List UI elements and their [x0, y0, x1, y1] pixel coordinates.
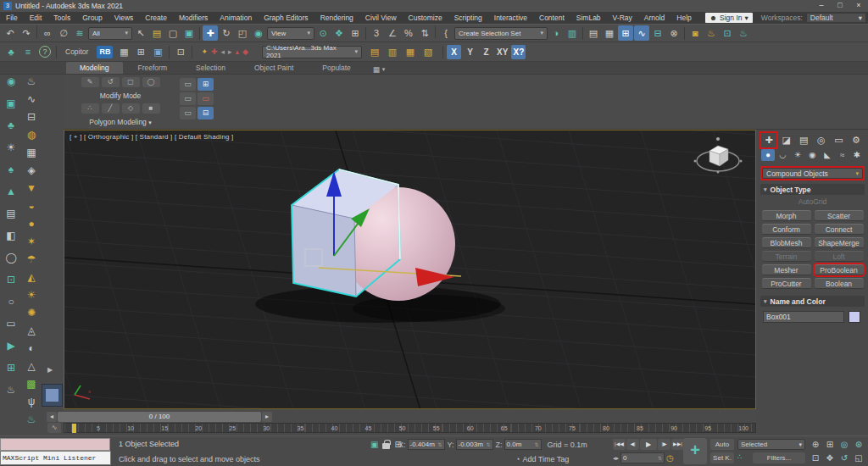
modify-tab[interactable]: ◪	[779, 133, 794, 147]
keyboard-override-icon[interactable]: ⊞	[348, 25, 363, 41]
toolbar-icon[interactable]	[169, 46, 170, 58]
auto-key-button[interactable]: Auto	[710, 439, 734, 450]
plugin-folder-icon-4[interactable]: ▧	[420, 44, 436, 59]
align-icon[interactable]: ▥	[565, 25, 580, 41]
procutter-button[interactable]: ProCutter	[762, 278, 811, 289]
sun2-icon[interactable]: ☀	[23, 290, 40, 308]
filters-button[interactable]: Filters...	[753, 452, 805, 463]
disc-icon[interactable]: ●	[23, 219, 40, 236]
menu-item[interactable]: Views	[108, 12, 140, 24]
tab-freeform[interactable]: Freeform	[125, 62, 181, 74]
isolate-selection-toggle[interactable]: ▣	[370, 440, 378, 449]
projector-icon[interactable]: ◍	[23, 130, 40, 147]
plugin-folder-icon-3[interactable]: ▦	[403, 44, 418, 59]
connect-button[interactable]: Connect	[815, 224, 864, 235]
menu-item[interactable]: Arnold	[638, 12, 671, 24]
viewport-label[interactable]: [ + ] [ Orthographic ] [ Standard ] [ De…	[70, 133, 234, 141]
rectangular-selection-icon[interactable]: ▢	[165, 25, 181, 41]
object-type-rollout[interactable]: ▾ Object Type	[760, 184, 865, 195]
railclone-button[interactable]: RB	[97, 46, 113, 58]
menu-item[interactable]: Group	[76, 12, 108, 24]
ring-icon[interactable]: ◯	[3, 252, 19, 275]
axis-extra-button[interactable]: X?	[511, 45, 526, 59]
create-selection-set-dropdown[interactable]: Create Selection Set ▾	[454, 27, 548, 40]
display-tab[interactable]: ▭	[831, 133, 846, 147]
close-button[interactable]: ×	[849, 0, 868, 12]
copitor-label[interactable]: Copitor	[60, 47, 93, 56]
view-cube[interactable]	[689, 132, 748, 181]
curve-editor-icon[interactable]: ∿	[634, 25, 649, 41]
umbrella-icon[interactable]: ☂	[23, 254, 40, 272]
set-keys-button[interactable]: +	[683, 438, 707, 464]
rendered-frame-icon[interactable]: ⊡	[720, 25, 735, 41]
maximize-viewport-button[interactable]: ◱	[852, 452, 865, 464]
menu-item[interactable]: Interactive	[488, 12, 533, 24]
menu-item[interactable]: Rendering	[314, 12, 359, 24]
cameras-category[interactable]: ◉	[806, 149, 820, 161]
window-crossing-icon[interactable]: ▣	[181, 25, 197, 41]
moon-sphere-icon[interactable]: ◐	[23, 343, 40, 361]
plugin-icon-3[interactable]: ◂	[221, 47, 225, 56]
menu-item[interactable]: Help	[670, 12, 697, 24]
object-category-dropdown[interactable]: Compound Objects ▾	[762, 168, 863, 179]
lights-category[interactable]: ☀	[791, 149, 804, 161]
ribbon-mini-6[interactable]: ⊟	[198, 107, 214, 119]
go-to-end-button[interactable]: ▶▶|	[671, 439, 684, 450]
menu-item[interactable]: Animation	[214, 12, 258, 24]
monitor-icon[interactable]: ▭	[3, 319, 19, 341]
name-and-color-rollout[interactable]: ▾ Name and Color	[760, 296, 865, 307]
ribbon-mini-4[interactable]: ▭	[198, 92, 214, 105]
render-setup-icon[interactable]: ♨	[704, 25, 719, 41]
subobject-border-icon[interactable]: ◇	[122, 103, 140, 114]
schematic-view-icon[interactable]: ⊟	[650, 25, 665, 41]
unlink-selection-icon[interactable]: ∅	[56, 25, 71, 41]
track-bar[interactable]: 5101520253035404550556065707580859095100	[64, 423, 756, 433]
pan-button[interactable]: ✥	[823, 452, 837, 464]
reference-coordinate-dropdown[interactable]: View ▾	[267, 27, 314, 40]
modify-mode-label[interactable]: Modify Mode	[100, 92, 142, 100]
ribbon-mini-3[interactable]: ▭	[180, 92, 196, 105]
selection-filter-dropdown[interactable]: All ▾	[88, 27, 132, 40]
blobmesh-button[interactable]: BlobMesh	[762, 237, 811, 248]
viewport[interactable]: [ + ] [ Orthographic ] [ Standard ] [ De…	[64, 130, 756, 409]
camera-icon[interactable]: ▣	[3, 98, 19, 120]
menu-item[interactable]: File	[0, 12, 24, 24]
building-icon[interactable]: ▦	[116, 44, 131, 59]
tree-album-icon[interactable]: ▤	[3, 208, 19, 230]
lamp-icon[interactable]: ◭	[23, 272, 40, 290]
hierarchy-tab[interactable]: ▤	[796, 133, 811, 147]
selection-lock-toggle[interactable]	[382, 443, 390, 449]
play-monitor-icon[interactable]: ▶	[3, 341, 19, 363]
teapot2-icon[interactable]: ♨	[23, 76, 40, 94]
mesher-button[interactable]: Mesher	[762, 264, 811, 275]
subobject-vertex-icon[interactable]: ∴	[81, 103, 99, 114]
swoosh-icon[interactable]: ∿	[23, 94, 40, 112]
atom-icon[interactable]: ✶	[23, 236, 40, 254]
polygon-modeling-label[interactable]: Polygon Modeling ▾	[89, 118, 151, 126]
plugin-icon-5[interactable]: ▴	[236, 47, 240, 56]
selection-set-dropdown[interactable]: Selected ▾	[737, 439, 805, 450]
maximize-button[interactable]: □	[831, 0, 849, 12]
ribbon-toggle-icon[interactable]: ⊞	[618, 25, 633, 41]
round-tree-icon[interactable]: ♣	[3, 120, 19, 142]
current-frame-field[interactable]: 0⇅	[620, 452, 665, 463]
bind-to-space-warp-icon[interactable]: ≋	[72, 25, 87, 41]
machine-icon[interactable]: ▩	[23, 379, 40, 397]
ribbon-mini-5[interactable]: ▭	[180, 107, 196, 119]
render-camera-icon[interactable]: ◉	[3, 76, 19, 98]
pyramid-icon[interactable]: △	[23, 361, 40, 379]
dome-icon[interactable]: ◒	[23, 201, 40, 219]
ribbon-tool-4-icon[interactable]: ◯	[142, 77, 160, 87]
axis-z-button[interactable]: Z	[479, 45, 493, 59]
coordinate-field[interactable]: Y: -0.003m⇅	[448, 439, 493, 450]
scatter-button[interactable]: Scatter	[815, 210, 864, 221]
mirror-icon[interactable]: ◑	[548, 25, 564, 41]
zoom-button[interactable]: ⊕	[809, 438, 822, 451]
quad-view-icon[interactable]: ⊞	[3, 363, 19, 385]
shapemerge-button[interactable]: ShapeMerge	[815, 237, 864, 248]
time-marker[interactable]	[72, 424, 76, 433]
tab-modeling[interactable]: Modeling	[66, 62, 123, 74]
axis-y-button[interactable]: Y	[463, 45, 477, 59]
flame-leaf-icon[interactable]: ♨	[23, 414, 40, 432]
redo-icon[interactable]: ↷	[19, 25, 34, 41]
